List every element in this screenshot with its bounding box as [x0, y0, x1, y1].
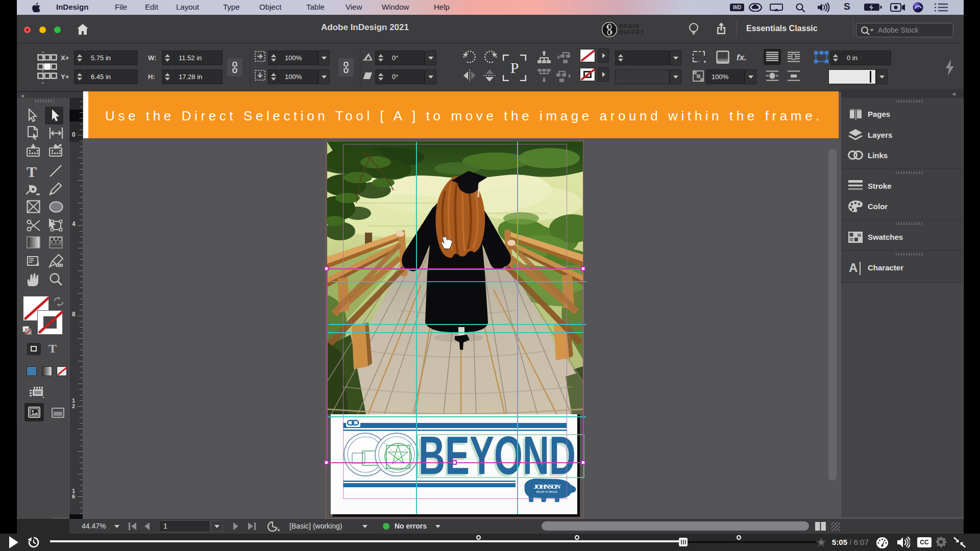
svg-text:BEYOND: BEYOND	[419, 425, 576, 485]
svg-text:P: P	[510, 59, 519, 76]
svg-text:HIGH SCHOOL: HIGH SCHOOL	[536, 490, 558, 493]
svg-text:JOHNSON: JOHNSON	[533, 483, 560, 490]
